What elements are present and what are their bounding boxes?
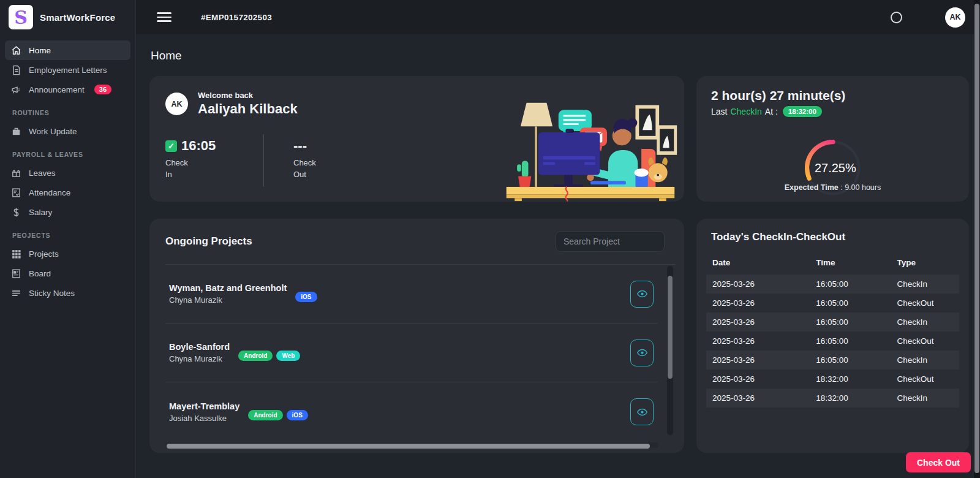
project-row: Mayert-Tremblay Josiah Kassulke Android … <box>165 382 657 441</box>
sidebar-item-salary[interactable]: Salary <box>5 202 130 222</box>
home-icon <box>11 45 21 56</box>
check-in-block: ✓ 16:05 Check In <box>165 138 263 181</box>
brand-logo-icon: S <box>9 5 33 29</box>
welcome-greeting: Welcome back <box>198 91 298 100</box>
project-row: Boyle-Sanford Chyna Murazik Android Web <box>165 324 657 382</box>
brand-name: SmartWorkForce <box>40 12 115 23</box>
lines-icon <box>11 288 21 298</box>
left-column: AK Welcome back Aaliyah Kilback ✓ 16:05 <box>149 76 684 453</box>
table-row: 2025-03-2616:05:00CheckIn <box>706 351 959 370</box>
last-prefix: Last <box>711 107 727 116</box>
workspace-illustration <box>502 99 679 202</box>
sidebar-item-label: Sticky Notes <box>29 289 75 298</box>
sidebar-item-label: Work Update <box>29 127 77 136</box>
view-project-button[interactable] <box>630 398 654 425</box>
table-row: 2025-03-2616:05:00CheckIn <box>706 313 959 332</box>
hamburger-menu-icon[interactable] <box>157 12 172 22</box>
project-name: Boyle-Sanford <box>169 342 230 352</box>
clipboard-check-icon <box>11 188 21 198</box>
dashboard-grid: AK Welcome back Aaliyah Kilback ✓ 16:05 <box>149 76 969 453</box>
page-content: Home AK Welcome back Aaliyah Kilback <box>136 34 980 478</box>
sidebar-item-work-update[interactable]: Work Update <box>5 121 130 141</box>
sidebar-item-label: Attendance <box>29 188 70 197</box>
megaphone-icon <box>11 85 21 95</box>
expected-value: : 9.00 hours <box>839 183 881 192</box>
sidebar-item-label: Employement Letters <box>29 66 107 75</box>
page-title: Home <box>151 49 969 63</box>
right-column: 2 hour(s) 27 minute(s) Last CheckIn At :… <box>696 76 969 453</box>
eye-icon <box>637 407 647 417</box>
platform-badge: Android <box>238 351 273 361</box>
checkin-checkout-card: Today's CheckIn-CheckOut Date Time Type <box>696 219 969 453</box>
view-project-button[interactable] <box>630 340 654 366</box>
sidebar-item-employement-letters[interactable]: Employement Letters <box>5 60 130 80</box>
table-row: 2025-03-2618:32:00CheckIn <box>706 389 959 408</box>
check-out-button[interactable]: Check Out <box>906 452 971 472</box>
check-in-label: Check In <box>165 157 194 181</box>
dollar-icon <box>11 207 21 218</box>
projects-title: Ongoing Projects <box>165 235 252 248</box>
platform-badge: iOS <box>295 292 317 302</box>
eye-icon <box>637 347 647 358</box>
project-owner: Chyna Murazik <box>169 354 230 363</box>
sidebar-item-announcement[interactable]: Announcement 36 <box>5 80 130 99</box>
sidebar-nav: Home Employement Letters Announcement 36… <box>0 34 135 309</box>
document-icon <box>11 65 21 75</box>
brand: S SmartWorkForce <box>0 0 135 34</box>
sidebar-item-label: Projects <box>29 249 59 259</box>
search-project-input[interactable] <box>556 231 665 252</box>
project-name: Wyman, Batz and Greenholt <box>169 283 287 293</box>
gift-box-icon <box>11 168 21 178</box>
nav-section-projects: PEOJECTS <box>5 222 130 244</box>
sidebar-item-label: Home <box>29 46 51 55</box>
projects-vertical-scrollbar[interactable] <box>667 266 673 435</box>
topbar: #EMP0157202503 AK <box>136 0 980 34</box>
table-header-row: Date Time Type <box>706 253 959 275</box>
column-header-time: Time <box>810 253 891 275</box>
welcome-avatar: AK <box>165 93 188 115</box>
sidebar-item-attendance[interactable]: Attendance <box>5 183 130 202</box>
last-mid: At : <box>765 107 778 116</box>
column-header-type: Type <box>891 253 959 275</box>
logo-letter: S <box>14 7 28 28</box>
worked-time-card: 2 hour(s) 27 minute(s) Last CheckIn At :… <box>696 76 969 202</box>
check-out-label: Check Out <box>293 157 322 181</box>
progress-percent: 27.25% <box>815 161 856 175</box>
attendance-table: Date Time Type 2025-03-2616:05:00CheckIn… <box>706 253 959 408</box>
sidebar-item-leaves[interactable]: Leaves <box>5 163 130 183</box>
last-checkin-time-badge: 18:32:00 <box>783 106 822 117</box>
table-row: 2025-03-2616:05:00CheckOut <box>706 332 959 351</box>
platform-badge: Web <box>276 351 300 361</box>
eye-icon <box>637 289 647 299</box>
main-column: #EMP0157202503 AK Home AK Welcome back A <box>136 0 980 478</box>
sidebar-item-label: Salary <box>29 208 52 217</box>
page-scrollbar[interactable] <box>974 0 980 478</box>
projects-horizontal-scrollbar[interactable] <box>165 442 658 448</box>
nav-section-routines: ROUTINES <box>5 99 130 121</box>
expected-time-line: Expected Time : 9.00 hours <box>696 183 969 192</box>
user-avatar[interactable]: AK <box>945 7 965 28</box>
project-name: Mayert-Tremblay <box>169 401 239 411</box>
check-out-block: --- Check Out <box>264 138 362 181</box>
check-icon: ✓ <box>165 140 177 152</box>
platform-badge: Android <box>248 410 282 420</box>
sidebar-item-home[interactable]: Home <box>5 40 130 60</box>
status-circle-icon[interactable] <box>891 12 902 23</box>
nav-section-payroll: PAYROLL & LEAVES <box>5 141 130 163</box>
employee-id: #EMP0157202503 <box>201 13 272 22</box>
board-icon <box>11 268 21 279</box>
expected-label: Expected Time <box>785 183 839 192</box>
sidebar-item-projects[interactable]: Projects <box>5 244 130 264</box>
worked-duration: 2 hour(s) 27 minute(s) <box>711 88 954 103</box>
sidebar-item-label: Announcement <box>29 85 85 94</box>
sidebar-item-board[interactable]: Board <box>5 264 130 283</box>
view-project-button[interactable] <box>630 281 654 308</box>
project-row: Wyman, Batz and Greenholt Chyna Murazik … <box>165 265 657 324</box>
sidebar: S SmartWorkForce Home Employement Letter… <box>0 0 136 478</box>
sidebar-item-label: Board <box>29 269 51 278</box>
last-checkin-word: CheckIn <box>730 107 761 116</box>
sidebar-item-sticky-notes[interactable]: Sticky Notes <box>5 283 130 303</box>
project-owner: Chyna Murazik <box>169 295 287 305</box>
last-checkin-line: Last CheckIn At : 18:32:00 <box>711 106 954 117</box>
check-out-time: --- <box>293 138 307 154</box>
